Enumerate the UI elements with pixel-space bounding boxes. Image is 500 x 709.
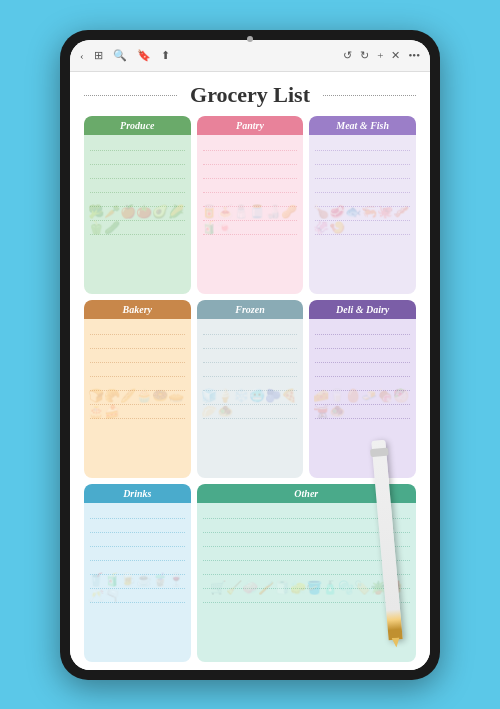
line	[203, 223, 298, 235]
share-icon[interactable]: ⬆	[161, 49, 170, 62]
category-grid: Produce 🥦🥕🍎🍅🥑🌽🫑🥒	[84, 116, 416, 662]
line	[203, 549, 410, 561]
line	[90, 591, 185, 603]
bookmark-icon[interactable]: 🔖	[137, 49, 151, 62]
line	[90, 521, 185, 533]
line	[90, 181, 185, 193]
line	[90, 195, 185, 207]
line	[203, 337, 298, 349]
line	[90, 323, 185, 335]
line	[90, 393, 185, 405]
line	[315, 223, 410, 235]
line	[90, 549, 185, 561]
line	[203, 153, 298, 165]
back-icon[interactable]: ‹	[80, 49, 84, 61]
line	[203, 591, 410, 603]
tablet: ‹ ⊞ 🔍 🔖 ⬆ ↺ ↻ + ✕ ••• Grocery List Produ…	[60, 30, 440, 680]
line	[203, 195, 298, 207]
line	[315, 139, 410, 151]
line	[315, 337, 410, 349]
frozen-header: Frozen	[197, 300, 304, 319]
toolbar: ‹ ⊞ 🔍 🔖 ⬆ ↺ ↻ + ✕ •••	[70, 40, 430, 72]
line	[203, 323, 298, 335]
page-title: Grocery List	[84, 82, 416, 108]
line	[203, 365, 298, 377]
line	[90, 223, 185, 235]
cell-drinks: Drinks 🥤🧃🍺☕🧋🍷🥂🫗	[84, 484, 191, 662]
cell-bakery: Bakery 🍞🥐🥖🧁🍩🥧🎂🍰	[84, 300, 191, 478]
line	[90, 167, 185, 179]
line	[315, 379, 410, 391]
line	[203, 393, 298, 405]
line	[90, 563, 185, 575]
line	[315, 167, 410, 179]
line	[90, 407, 185, 419]
line	[90, 507, 185, 519]
undo-icon[interactable]: ↺	[343, 49, 352, 62]
line	[315, 153, 410, 165]
line	[90, 577, 185, 589]
deli-body: 🧀🥛🥚🧈🍖🥙🫕🧆	[309, 319, 416, 478]
stylus-clip	[370, 447, 389, 457]
redo-icon[interactable]: ↻	[360, 49, 369, 62]
tablet-screen: ‹ ⊞ 🔍 🔖 ⬆ ↺ ↻ + ✕ ••• Grocery List Produ…	[70, 40, 430, 670]
line	[315, 365, 410, 377]
line	[315, 393, 410, 405]
bakery-body: 🍞🥐🥖🧁🍩🥧🎂🍰	[84, 319, 191, 478]
pantry-body: 🥫🍝🧂🫙🍶🥜🧃🍬	[197, 135, 304, 294]
grid-icon[interactable]: ⊞	[94, 49, 103, 62]
line	[203, 167, 298, 179]
line	[203, 209, 298, 221]
pantry-header: Pantry	[197, 116, 304, 135]
cell-meat: Meat & Fish 🍗🥩🐟🦐🐙🥓🦑🍤	[309, 116, 416, 294]
line	[90, 535, 185, 547]
drinks-body: 🥤🧃🍺☕🧋🍷🥂🫗	[84, 503, 191, 662]
bakery-header: Bakery	[84, 300, 191, 319]
line	[203, 577, 410, 589]
line	[203, 351, 298, 363]
drinks-header: Drinks	[84, 484, 191, 503]
line	[203, 139, 298, 151]
produce-body: 🥦🥕🍎🍅🥑🌽🫑🥒	[84, 135, 191, 294]
produce-header: Produce	[84, 116, 191, 135]
toolbar-left: ‹ ⊞ 🔍 🔖 ⬆	[80, 49, 170, 62]
frozen-body: 🧊🍦❄️🥶🫐🍕🥟🧆	[197, 319, 304, 478]
line	[315, 209, 410, 221]
camera	[247, 36, 253, 42]
meat-header: Meat & Fish	[309, 116, 416, 135]
line	[315, 181, 410, 193]
line	[315, 195, 410, 207]
line	[203, 379, 298, 391]
close-icon[interactable]: ✕	[391, 49, 400, 62]
line	[90, 209, 185, 221]
meat-body: 🍗🥩🐟🦐🐙🥓🦑🍤	[309, 135, 416, 294]
line	[90, 139, 185, 151]
more-icon[interactable]: •••	[408, 49, 420, 61]
line	[203, 563, 410, 575]
cell-frozen: Frozen 🧊🍦❄️🥶🫐🍕🥟🧆	[197, 300, 304, 478]
line	[203, 407, 298, 419]
line	[315, 323, 410, 335]
document-area: Grocery List Produce 🥦🥕🍎🍅🥑🌽🫑🥒	[70, 72, 430, 670]
line	[315, 407, 410, 419]
deli-header: Deli & Dairy	[309, 300, 416, 319]
cell-produce: Produce 🥦🥕🍎🍅🥑🌽🫑🥒	[84, 116, 191, 294]
toolbar-right: ↺ ↻ + ✕ •••	[343, 49, 420, 62]
line	[315, 351, 410, 363]
add-icon[interactable]: +	[377, 49, 383, 61]
line	[90, 365, 185, 377]
line	[203, 181, 298, 193]
line	[90, 351, 185, 363]
search-icon[interactable]: 🔍	[113, 49, 127, 62]
cell-deli: Deli & Dairy 🧀🥛🥚🧈🍖🥙🫕🧆	[309, 300, 416, 478]
line	[90, 379, 185, 391]
cell-pantry: Pantry 🥫🍝🧂🫙🍶🥜🧃🍬	[197, 116, 304, 294]
line	[90, 337, 185, 349]
line	[90, 153, 185, 165]
